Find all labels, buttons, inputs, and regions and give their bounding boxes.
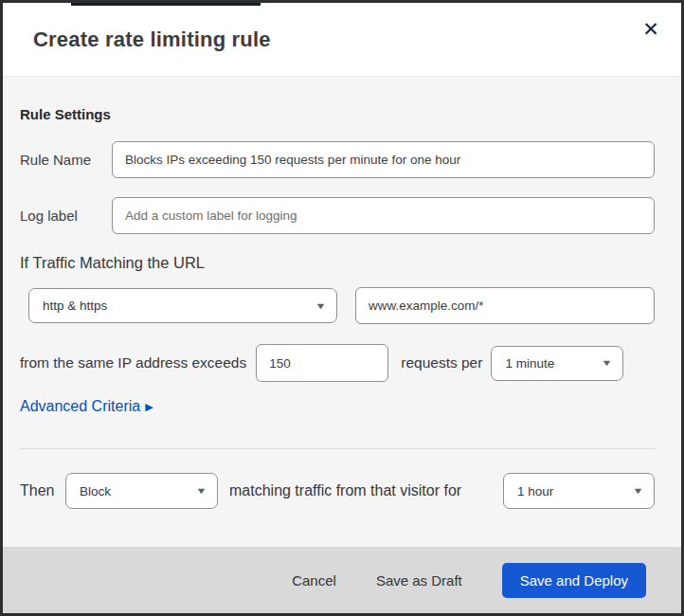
rule-settings-heading: Rule Settings <box>20 106 655 122</box>
chevron-down-icon: ▼ <box>602 358 613 368</box>
advanced-criteria-link[interactable]: Advanced Criteria ▶ <box>20 398 153 415</box>
threshold-row: from the same IP address exceeds request… <box>20 344 655 382</box>
action-middle-text: matching traffic from that visitor for <box>229 482 461 499</box>
chevron-down-icon: ▼ <box>315 301 326 311</box>
chevron-down-icon: ▼ <box>632 486 643 496</box>
log-label-label: Log label <box>20 208 112 224</box>
scheme-select[interactable]: http & https ▼ <box>28 288 337 323</box>
close-icon[interactable]: ✕ <box>636 14 666 45</box>
obscured-background-element <box>71 3 261 6</box>
advanced-criteria-label: Advanced Criteria <box>20 398 140 415</box>
request-threshold-input[interactable] <box>256 344 388 382</box>
url-pattern-input[interactable] <box>355 287 655 324</box>
threshold-prefix-text: from the same IP address exceeds <box>20 354 246 371</box>
period-select[interactable]: 1 minute ▼ <box>491 346 623 381</box>
scheme-select-value: http & https <box>43 299 107 313</box>
dialog-header: Create rate limiting rule ✕ <box>3 3 681 77</box>
action-row: Then Block ▼ matching traffic from that … <box>20 473 655 509</box>
save-and-deploy-button[interactable]: Save and Deploy <box>502 563 646 598</box>
url-match-row: http & https ▼ <box>20 287 655 324</box>
save-as-draft-button[interactable]: Save as Draft <box>376 572 462 589</box>
then-label: Then <box>20 482 65 499</box>
dialog-body: Rule Settings Rule Name Log label If Tra… <box>3 77 681 547</box>
cancel-button[interactable]: Cancel <box>292 572 336 589</box>
duration-select[interactable]: 1 hour ▼ <box>503 473 655 509</box>
rule-name-input[interactable] <box>112 141 655 178</box>
action-select[interactable]: Block ▼ <box>65 473 218 509</box>
dialog-footer: Cancel Save as Draft Save and Deploy <box>3 547 681 613</box>
action-select-value: Block <box>80 484 111 498</box>
log-label-input[interactable] <box>112 197 655 234</box>
section-divider <box>20 448 655 449</box>
chevron-down-icon: ▼ <box>195 486 207 496</box>
duration-select-value: 1 hour <box>517 484 553 498</box>
create-rate-limiting-rule-dialog: Create rate limiting rule ✕ Rule Setting… <box>0 0 684 616</box>
traffic-match-intro: If Traffic Matching the URL <box>20 254 655 272</box>
rule-name-label: Rule Name <box>20 152 112 168</box>
rule-name-row: Rule Name <box>20 141 655 178</box>
log-label-row: Log label <box>20 197 655 234</box>
dialog-title: Create rate limiting rule <box>33 27 271 52</box>
caret-right-icon: ▶ <box>145 401 153 413</box>
threshold-suffix-text: requests per <box>401 354 482 371</box>
period-select-value: 1 minute <box>505 356 554 371</box>
